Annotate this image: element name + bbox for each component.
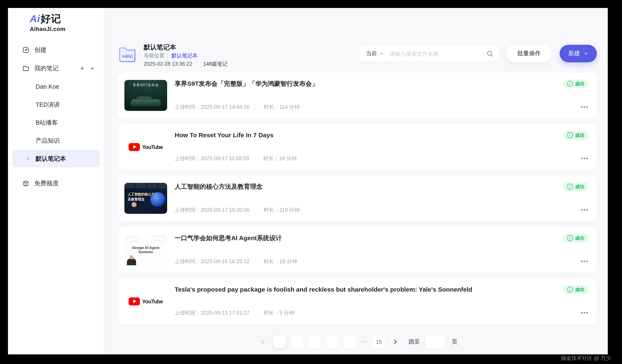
- note-card-body: 人工智能的核心方法及教育理念 上传时间： 2025-09-17 10:20:06…: [175, 182, 555, 215]
- jump-page-input[interactable]: [425, 335, 447, 349]
- app-logo[interactable]: Ai好记 AihaoJi.com: [30, 13, 104, 32]
- notebook-count: 148篇笔记: [203, 61, 228, 67]
- note-list: 享界S9T发布会 享界S9T发布会「完整版」「华为鸿蒙智行发布会」 上传时间： …: [118, 73, 597, 324]
- upload-time-value: 2025-09-16 16:25:12: [201, 258, 250, 264]
- speaker-illustration: [127, 258, 136, 265]
- header-controls: 当前 批量操作 新建: [359, 45, 597, 62]
- pagination: ••• 15 跳至 页: [118, 335, 597, 349]
- sidebar-item-my-notes[interactable]: 我的笔记 +: [8, 59, 104, 77]
- check-circle-icon: ✓: [567, 81, 573, 87]
- chevron-up-icon[interactable]: [90, 66, 95, 71]
- more-actions-button[interactable]: •••: [581, 206, 588, 215]
- note-thumbnail[interactable]: 人工智能的核心方法 及教育理念: [124, 183, 167, 214]
- more-actions-button[interactable]: •••: [581, 309, 588, 318]
- chevron-down-icon: [379, 52, 384, 56]
- more-actions-button[interactable]: •••: [581, 104, 588, 112]
- scope-select[interactable]: 当前: [366, 50, 384, 57]
- note-meta: 上传时间： 2025-09-17 14:44:56 时长： 114 分钟: [175, 104, 555, 111]
- note-card-side: ✓ 成功 •••: [563, 285, 588, 318]
- status-badge: ✓ 成功: [563, 79, 588, 88]
- note-meta: 上传时间： 2025-09-17 10:20:06 时长： 119 分钟: [175, 206, 555, 214]
- upload-time-label: 上传时间：: [175, 104, 201, 111]
- note-title[interactable]: 享界S9T发布会「完整版」「华为鸿蒙智行发布会」: [175, 80, 555, 88]
- note-thumbnail[interactable]: YouTube: [124, 286, 167, 317]
- sidebar-item-create[interactable]: 创建: [8, 41, 104, 59]
- duration-value: 119 分钟: [279, 206, 300, 214]
- search-icon[interactable]: [486, 50, 493, 57]
- sidebar-notebook-item[interactable]: 产品知识: [12, 132, 100, 149]
- thumbnail-caption: 及教育理念: [128, 197, 144, 202]
- note-card[interactable]: YouTube How To Reset Your Life In 7 Days…: [118, 124, 597, 170]
- prev-page-button[interactable]: [257, 336, 268, 347]
- logo-title: Ai好记: [30, 13, 104, 25]
- duration-label: 时长：: [264, 258, 279, 265]
- sidebar-item-label: 创建: [34, 46, 46, 54]
- sidebar-notebook-item[interactable]: Dan Koe: [12, 78, 100, 95]
- youtube-wordmark: YouTube: [142, 298, 163, 304]
- sidebar-item-label: 我的笔记: [34, 64, 75, 72]
- page-button-last[interactable]: 15: [372, 336, 385, 348]
- note-card[interactable]: Design AI Agent Systems 一口气学会如何思考AI Agen…: [118, 227, 597, 273]
- thumbnail-agent: Design AI Agent Systems: [124, 234, 167, 265]
- more-actions-button[interactable]: •••: [581, 155, 588, 164]
- page-button[interactable]: [308, 336, 321, 348]
- note-thumbnail[interactable]: Design AI Agent Systems: [124, 234, 167, 265]
- thumbnail-strip: [124, 183, 167, 188]
- status-badge: ✓ 成功: [563, 234, 588, 242]
- note-card-body: 一口气学会如何思考AI Agent系统设计 上传时间： 2025-09-16 1…: [175, 233, 555, 266]
- page-button[interactable]: [326, 336, 338, 348]
- sidebar-item-label: 免费额度: [34, 179, 59, 187]
- logo-title-rest: 好记: [41, 13, 61, 24]
- status-label: 成功: [575, 286, 584, 293]
- pagination-ellipsis: •••: [361, 340, 368, 344]
- more-actions-button[interactable]: •••: [581, 258, 588, 266]
- scope-select-value: 当前: [366, 50, 377, 57]
- duration-value: 18 分钟: [279, 155, 297, 162]
- duration-value: 114 分钟: [279, 104, 300, 111]
- note-thumbnail[interactable]: 享界S9T发布会: [124, 80, 167, 111]
- location-link[interactable]: 默认笔记本: [172, 52, 198, 59]
- search-input[interactable]: [389, 50, 486, 57]
- screen: Ai好记 AihaoJi.com 创建 我的笔记 +: [0, 0, 622, 364]
- new-button-label: 新建: [568, 50, 580, 57]
- note-meta: 上传时间： 2025-09-13 17:01:27 时长： 5 分钟: [175, 309, 555, 316]
- note-card[interactable]: 人工智能的核心方法 及教育理念 人工智能的核心方法及教育理念 上传时间： 202…: [118, 175, 597, 221]
- note-card[interactable]: YouTube Tesla's proposed pay package is …: [118, 278, 597, 324]
- upload-time-label: 上传时间：: [175, 155, 201, 162]
- sketch-decoration: [153, 236, 165, 242]
- page-button[interactable]: [273, 336, 286, 348]
- logo-ai-mark: Ai: [30, 13, 40, 24]
- note-title[interactable]: How To Reset Your Life In 7 Days: [175, 131, 555, 138]
- search-bar: 当前: [359, 46, 498, 61]
- speaker-illustration: [128, 206, 140, 214]
- sidebar-notebook-item[interactable]: 默认笔记本: [12, 150, 100, 167]
- sidebar-notebook-item[interactable]: B站播客: [12, 114, 100, 131]
- page-button[interactable]: [291, 336, 303, 348]
- note-title[interactable]: Tesla's proposed pay package is foolish …: [175, 286, 555, 293]
- duration-label: 时长：: [264, 104, 279, 111]
- note-title[interactable]: 人工智能的核心方法及教育理念: [175, 183, 555, 191]
- sketch-decoration: [126, 236, 138, 242]
- compose-icon: [22, 46, 29, 53]
- thumbnail-youtube: YouTube: [124, 131, 167, 162]
- note-card-side: ✓ 成功 •••: [563, 182, 588, 215]
- check-circle-icon: ✓: [567, 287, 573, 292]
- next-page-button[interactable]: [390, 336, 401, 347]
- notebook-header: Ai好记 默认笔记本 当前位置： 默认笔记本 2025-02-28 13:36:…: [118, 43, 597, 67]
- note-thumbnail[interactable]: YouTube: [124, 131, 167, 162]
- sidebar-notebook-item[interactable]: TED演讲: [12, 96, 100, 113]
- sidebar-item-quota[interactable]: 免费额度: [8, 174, 104, 192]
- thumbnail-car: 享界S9T发布会: [124, 80, 167, 111]
- notebook-label: 默认笔记本: [36, 155, 66, 163]
- note-card[interactable]: 享界S9T发布会 享界S9T发布会「完整版」「华为鸿蒙智行发布会」 上传时间： …: [118, 73, 597, 118]
- chevron-right-icon: [26, 156, 30, 161]
- duration-value: 5 分钟: [279, 309, 294, 316]
- new-button[interactable]: 新建: [560, 45, 597, 62]
- upload-time-value: 2025-09-17 10:20:06: [201, 207, 250, 213]
- chevron-down-icon: [584, 52, 588, 56]
- note-title[interactable]: 一口气学会如何思考AI Agent系统设计: [175, 234, 555, 242]
- batch-actions-button[interactable]: 批量操作: [506, 45, 552, 62]
- note-card-body: 享界S9T发布会「完整版」「华为鸿蒙智行发布会」 上传时间： 2025-09-1…: [175, 79, 555, 112]
- page-button[interactable]: [344, 336, 356, 348]
- add-notebook-button[interactable]: +: [80, 65, 84, 72]
